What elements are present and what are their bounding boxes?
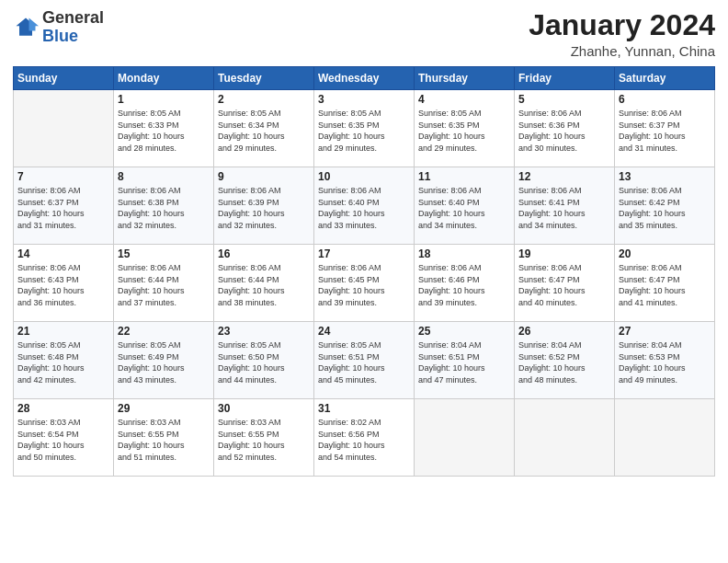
day-info: Sunrise: 8:06 AM Sunset: 6:39 PM Dayligh… [218,185,310,231]
calendar-cell: 3Sunrise: 8:05 AM Sunset: 6:35 PM Daylig… [314,90,415,167]
calendar-cell: 20Sunrise: 8:06 AM Sunset: 6:47 PM Dayli… [615,245,715,322]
day-info: Sunrise: 8:05 AM Sunset: 6:35 PM Dayligh… [318,108,410,154]
day-info: Sunrise: 8:06 AM Sunset: 6:36 PM Dayligh… [518,108,610,154]
calendar-week-4: 28Sunrise: 8:03 AM Sunset: 6:54 PM Dayli… [14,399,715,477]
title-block: January 2024 Zhanhe, Yunnan, China [529,9,715,59]
day-info: Sunrise: 8:05 AM Sunset: 6:35 PM Dayligh… [418,108,510,154]
day-info: Sunrise: 8:05 AM Sunset: 6:33 PM Dayligh… [118,108,210,154]
calendar-cell: 29Sunrise: 8:03 AM Sunset: 6:55 PM Dayli… [114,399,214,477]
day-number: 5 [518,93,610,106]
calendar-cell: 2Sunrise: 8:05 AM Sunset: 6:34 PM Daylig… [214,90,314,167]
calendar-cell: 4Sunrise: 8:05 AM Sunset: 6:35 PM Daylig… [415,90,515,167]
day-info: Sunrise: 8:04 AM Sunset: 6:51 PM Dayligh… [418,339,510,385]
day-number: 1 [118,93,210,106]
day-info: Sunrise: 8:06 AM Sunset: 6:37 PM Dayligh… [619,108,711,154]
calendar-cell: 15Sunrise: 8:06 AM Sunset: 6:44 PM Dayli… [114,245,214,322]
page: General Blue January 2024 Zhanhe, Yunnan… [0,0,728,563]
day-number: 4 [418,93,510,106]
day-info: Sunrise: 8:06 AM Sunset: 6:41 PM Dayligh… [518,185,610,231]
day-number: 31 [318,402,410,415]
month-title: January 2024 [529,9,715,41]
col-header-monday: Monday [114,67,214,90]
calendar-cell: 12Sunrise: 8:06 AM Sunset: 6:41 PM Dayli… [515,167,615,245]
calendar-week-3: 21Sunrise: 8:05 AM Sunset: 6:48 PM Dayli… [14,322,715,399]
day-info: Sunrise: 8:05 AM Sunset: 6:51 PM Dayligh… [318,339,410,385]
calendar-cell [515,399,615,477]
day-number: 28 [17,402,109,415]
logo-blue-text: Blue [42,27,78,45]
day-info: Sunrise: 8:06 AM Sunset: 6:37 PM Dayligh… [17,185,109,231]
day-info: Sunrise: 8:04 AM Sunset: 6:53 PM Dayligh… [619,339,711,385]
day-number: 20 [619,247,711,260]
day-number: 17 [318,247,410,260]
day-info: Sunrise: 8:06 AM Sunset: 6:42 PM Dayligh… [619,185,711,231]
day-info: Sunrise: 8:02 AM Sunset: 6:56 PM Dayligh… [318,417,410,463]
calendar-table: SundayMondayTuesdayWednesdayThursdayFrid… [13,66,715,477]
day-number: 2 [218,93,310,106]
logo-general-text: General [42,8,104,27]
day-info: Sunrise: 8:03 AM Sunset: 6:54 PM Dayligh… [17,417,109,463]
calendar-cell: 5Sunrise: 8:06 AM Sunset: 6:36 PM Daylig… [515,90,615,167]
calendar-week-0: 1Sunrise: 8:05 AM Sunset: 6:33 PM Daylig… [14,90,715,167]
calendar-header-row: SundayMondayTuesdayWednesdayThursdayFrid… [14,67,715,90]
col-header-wednesday: Wednesday [314,67,415,90]
day-number: 19 [518,247,610,260]
calendar-cell [14,90,114,167]
day-info: Sunrise: 8:05 AM Sunset: 6:50 PM Dayligh… [218,339,310,385]
calendar-cell: 26Sunrise: 8:04 AM Sunset: 6:52 PM Dayli… [515,322,615,399]
day-info: Sunrise: 8:05 AM Sunset: 6:49 PM Dayligh… [118,339,210,385]
day-info: Sunrise: 8:06 AM Sunset: 6:38 PM Dayligh… [118,185,210,231]
calendar-cell: 31Sunrise: 8:02 AM Sunset: 6:56 PM Dayli… [314,399,415,477]
calendar-cell [415,399,515,477]
day-number: 16 [218,247,310,260]
calendar-cell: 8Sunrise: 8:06 AM Sunset: 6:38 PM Daylig… [114,167,214,245]
calendar-cell [615,399,715,477]
col-header-friday: Friday [515,67,615,90]
calendar-cell: 1Sunrise: 8:05 AM Sunset: 6:33 PM Daylig… [114,90,214,167]
calendar-cell: 17Sunrise: 8:06 AM Sunset: 6:45 PM Dayli… [314,245,415,322]
day-number: 21 [17,325,109,338]
calendar-cell: 6Sunrise: 8:06 AM Sunset: 6:37 PM Daylig… [615,90,715,167]
day-number: 12 [518,170,610,183]
calendar-cell: 16Sunrise: 8:06 AM Sunset: 6:44 PM Dayli… [214,245,314,322]
calendar-cell: 21Sunrise: 8:05 AM Sunset: 6:48 PM Dayli… [14,322,114,399]
day-info: Sunrise: 8:06 AM Sunset: 6:46 PM Dayligh… [418,262,510,308]
calendar-cell: 13Sunrise: 8:06 AM Sunset: 6:42 PM Dayli… [615,167,715,245]
col-header-sunday: Sunday [14,67,114,90]
calendar-cell: 10Sunrise: 8:06 AM Sunset: 6:40 PM Dayli… [314,167,415,245]
calendar-cell: 24Sunrise: 8:05 AM Sunset: 6:51 PM Dayli… [314,322,415,399]
day-number: 25 [418,325,510,338]
day-number: 13 [619,170,711,183]
day-info: Sunrise: 8:06 AM Sunset: 6:47 PM Dayligh… [619,262,711,308]
day-number: 27 [619,325,711,338]
day-info: Sunrise: 8:04 AM Sunset: 6:52 PM Dayligh… [518,339,610,385]
day-number: 24 [318,325,410,338]
col-header-thursday: Thursday [415,67,515,90]
calendar-cell: 25Sunrise: 8:04 AM Sunset: 6:51 PM Dayli… [415,322,515,399]
calendar-cell: 30Sunrise: 8:03 AM Sunset: 6:55 PM Dayli… [214,399,314,477]
day-number: 9 [218,170,310,183]
logo-text: General Blue [42,9,104,46]
day-number: 26 [518,325,610,338]
day-number: 8 [118,170,210,183]
day-info: Sunrise: 8:06 AM Sunset: 6:40 PM Dayligh… [418,185,510,231]
logo-icon [13,15,39,40]
day-number: 11 [418,170,510,183]
calendar-cell: 27Sunrise: 8:04 AM Sunset: 6:53 PM Dayli… [615,322,715,399]
day-info: Sunrise: 8:03 AM Sunset: 6:55 PM Dayligh… [218,417,310,463]
day-number: 6 [619,93,711,106]
day-info: Sunrise: 8:06 AM Sunset: 6:44 PM Dayligh… [218,262,310,308]
day-info: Sunrise: 8:06 AM Sunset: 6:45 PM Dayligh… [318,262,410,308]
day-number: 23 [218,325,310,338]
calendar-cell: 11Sunrise: 8:06 AM Sunset: 6:40 PM Dayli… [415,167,515,245]
day-number: 30 [218,402,310,415]
day-info: Sunrise: 8:06 AM Sunset: 6:44 PM Dayligh… [118,262,210,308]
day-number: 10 [318,170,410,183]
calendar-cell: 14Sunrise: 8:06 AM Sunset: 6:43 PM Dayli… [14,245,114,322]
calendar-cell: 28Sunrise: 8:03 AM Sunset: 6:54 PM Dayli… [14,399,114,477]
day-info: Sunrise: 8:06 AM Sunset: 6:43 PM Dayligh… [17,262,109,308]
col-header-saturday: Saturday [615,67,715,90]
calendar-week-1: 7Sunrise: 8:06 AM Sunset: 6:37 PM Daylig… [14,167,715,245]
calendar-cell: 18Sunrise: 8:06 AM Sunset: 6:46 PM Dayli… [415,245,515,322]
day-number: 7 [17,170,109,183]
